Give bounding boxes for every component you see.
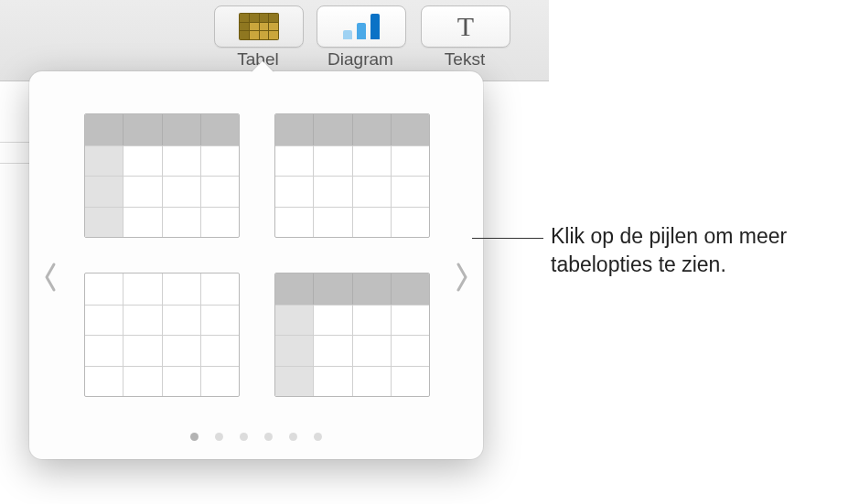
text-icon: T [457, 11, 474, 42]
chevron-right-icon [454, 262, 470, 293]
table-style-preview [84, 113, 240, 238]
table-style-popover [29, 71, 483, 459]
next-page-button[interactable] [448, 254, 476, 300]
ruler-line [0, 163, 32, 164]
page-dot[interactable] [190, 433, 199, 441]
tekst-button[interactable]: T [421, 5, 510, 48]
ruler-line [0, 142, 32, 143]
diagram-button[interactable] [317, 5, 406, 48]
tabel-button[interactable] [214, 5, 304, 48]
previous-page-button[interactable] [37, 254, 64, 300]
table-style-option[interactable] [274, 273, 428, 395]
page-dot[interactable] [264, 433, 273, 441]
page-dot[interactable] [289, 433, 297, 441]
callout-text: Klik op de pijlen om meer tabelopties te… [551, 222, 853, 279]
table-style-grid [84, 113, 428, 395]
table-style-preview [274, 273, 430, 397]
table-style-option[interactable] [84, 273, 238, 395]
page-dot[interactable] [240, 433, 248, 441]
callout-leader-line [472, 238, 543, 239]
page-dot[interactable] [314, 433, 322, 441]
diagram-button-label: Diagram [317, 49, 404, 70]
table-style-preview [274, 113, 430, 238]
popover-arrow [251, 59, 274, 72]
page-indicator [29, 433, 483, 441]
table-icon [239, 13, 279, 40]
table-style-option[interactable] [274, 113, 428, 236]
table-style-preview [84, 273, 240, 397]
tekst-button-label: Tekst [421, 49, 509, 70]
page-dot[interactable] [215, 433, 223, 441]
chart-icon [343, 14, 380, 39]
chevron-left-icon [42, 262, 59, 293]
table-style-option[interactable] [84, 113, 238, 236]
